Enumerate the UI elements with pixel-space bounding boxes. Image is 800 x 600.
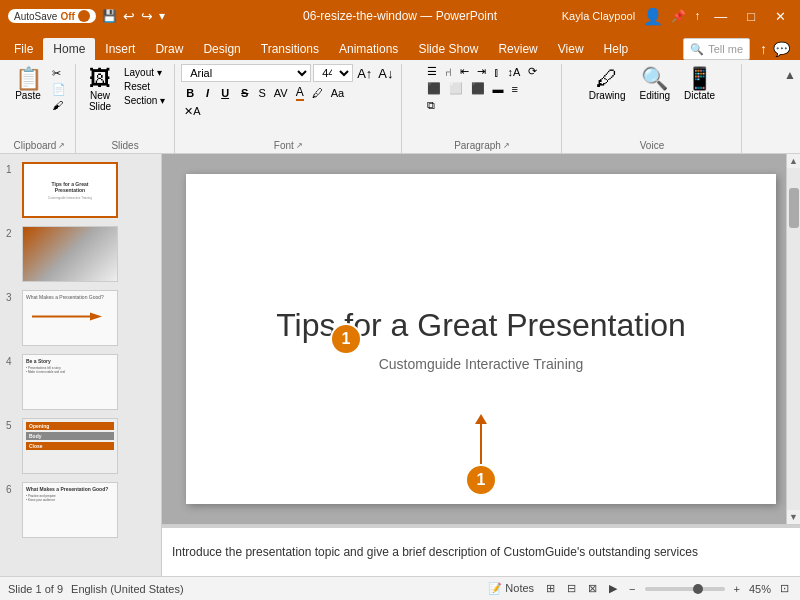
maximize-button[interactable]: □ [741,7,761,26]
scroll-up-btn[interactable]: ▲ [787,154,800,168]
bold-button[interactable]: B [181,85,199,101]
reading-view-btn[interactable]: ⊠ [585,581,600,596]
toggle-dot [78,10,90,22]
reset-button[interactable]: Reset [121,80,168,93]
svg-marker-1 [90,313,102,321]
align-right-btn[interactable]: ⬛ [468,81,488,96]
ribbon-search[interactable]: 🔍 Tell me [683,38,750,60]
copy-icon: 📄 [52,83,66,96]
tab-transitions[interactable]: Transitions [251,38,329,60]
clear-format-btn[interactable]: ✕A [181,104,203,119]
format-painter-button[interactable]: 🖌 [49,98,69,112]
clipboard-expand-icon[interactable]: ↗ [58,141,65,150]
font-size-select[interactable]: 44 [313,64,353,82]
cut-button[interactable]: ✂ [49,66,69,81]
svg-marker-3 [475,414,487,424]
line-spacing-btn[interactable]: ≡ [509,82,521,96]
tab-view[interactable]: View [548,38,594,60]
customize-icon[interactable]: ▾ [159,9,165,23]
bullets-btn[interactable]: ☰ [424,64,440,79]
tab-draw[interactable]: Draw [145,38,193,60]
editing-button[interactable]: 🔍 Editing [635,66,674,103]
tab-help[interactable]: Help [594,38,639,60]
para-expand-icon[interactable]: ↗ [503,141,510,150]
font-row-2: B I U S S AV A 🖊 Aa [181,84,395,102]
scroll-thumb[interactable] [789,188,799,228]
tab-review[interactable]: Review [488,38,547,60]
undo-icon[interactable]: ↩ [123,8,135,24]
slide-item-1[interactable]: 1 Tips for a GreatPresentation Customgui… [0,158,161,222]
text-highlight-btn[interactable]: 🖊 [309,86,326,100]
minimize-button[interactable]: — [708,7,733,26]
autosave-toggle[interactable]: AutoSave Off [8,9,96,23]
convert-btn[interactable]: ⟳ [525,64,540,79]
numbered-btn[interactable]: ⑁ [442,65,455,79]
main-wrapper: 1 Tips for a GreatPresentation Customgui… [0,154,800,576]
fit-slide-btn[interactable]: ⊡ [777,581,792,596]
columns-btn[interactable]: ⫿ [491,65,503,79]
layout-button[interactable]: Layout ▾ [121,66,168,79]
font-family-select[interactable]: Arial [181,64,311,82]
redo-icon[interactable]: ↪ [141,8,153,24]
tab-slideshow[interactable]: Slide Show [408,38,488,60]
ribbon-collapse-icon[interactable]: ▲ [784,68,796,82]
align-center-btn[interactable]: ⬜ [446,81,466,96]
tab-insert[interactable]: Insert [95,38,145,60]
close-button[interactable]: ✕ [769,7,792,26]
scroll-down-btn[interactable]: ▼ [787,510,800,524]
drawing-button[interactable]: 🖊 Drawing [585,66,630,103]
slide-thumb-2 [22,226,118,282]
tab-animations[interactable]: Animations [329,38,408,60]
strikethrough-button[interactable]: S [236,85,253,101]
new-slide-button[interactable]: 🖼 NewSlide [82,66,118,114]
slide-thumb-6: What Makes a Presentation Good? • Practi… [22,482,118,538]
zoom-plus-btn[interactable]: + [731,582,743,596]
increase-indent-btn[interactable]: ⇥ [474,64,489,79]
text-direction-btn[interactable]: ↕A [505,65,524,79]
char-spacing-btn[interactable]: AV [271,86,291,100]
notes-toggle-button[interactable]: 📝 Notes [485,581,537,596]
share-btn[interactable]: ↑ [760,41,767,57]
font-row-3: ✕A [181,104,395,119]
shadow-btn[interactable]: S [255,86,268,100]
underline-button[interactable]: U [216,85,234,101]
zoom-minus-btn[interactable]: − [626,582,638,596]
save-icon[interactable]: 💾 [102,9,117,23]
slideshow-btn[interactable]: ▶ [606,581,620,596]
increase-size-btn[interactable]: A↑ [355,65,374,82]
align-left-btn[interactable]: ⬛ [424,81,444,96]
italic-button[interactable]: I [201,85,214,101]
thumb-1-subtitle: Customguide Interactive Training [48,196,92,200]
smart-art-btn[interactable]: ⧉ [424,98,438,113]
zoom-thumb[interactable] [693,584,703,594]
tab-file[interactable]: File [4,38,43,60]
ribbon-icon[interactable]: 📌 [671,9,686,23]
slide-item-4[interactable]: 4 Be a Story • Presentations tell a stor… [0,350,161,414]
drawing-icon: 🖊 [596,68,618,90]
slide-item-6[interactable]: 6 What Makes a Presentation Good? • Prac… [0,478,161,542]
status-bar: Slide 1 of 9 English (United States) 📝 N… [0,576,800,600]
slide-item-3[interactable]: 3 What Makes a Presentation Good? [0,286,161,350]
font-size-aa-btn[interactable]: Aa [328,86,347,100]
tab-home[interactable]: Home [43,38,95,60]
copy-button[interactable]: 📄 [49,82,69,97]
paste-button[interactable]: 📋 Paste [10,66,46,103]
justify-btn[interactable]: ▬ [490,82,507,96]
slide-sorter-btn[interactable]: ⊟ [564,581,579,596]
dictate-button[interactable]: 📱 Dictate [680,66,719,103]
font-expand-icon[interactable]: ↗ [296,141,303,150]
share-icon[interactable]: ↑ [694,9,700,23]
comment-btn[interactable]: 💬 [773,41,790,57]
slide-item-2[interactable]: 2 [0,222,161,286]
zoom-slider[interactable] [645,587,725,591]
ribbon-group-paragraph: ☰ ⑁ ⇤ ⇥ ⫿ ↕A ⟳ ⬛ ⬜ ⬛ ▬ ≡ ⧉ Paragraph ↗ [402,64,562,153]
decrease-indent-btn[interactable]: ⇤ [457,64,472,79]
decrease-size-btn[interactable]: A↓ [376,65,395,82]
normal-view-btn[interactable]: ⊞ [543,581,558,596]
section-button[interactable]: Section ▾ [121,94,168,107]
account-icon[interactable]: 👤 [643,7,663,26]
tab-design[interactable]: Design [193,38,250,60]
font-color-btn[interactable]: A [293,84,307,102]
slide-thumb-5: Opening Body Close [22,418,118,474]
slide-item-5[interactable]: 5 Opening Body Close [0,414,161,478]
